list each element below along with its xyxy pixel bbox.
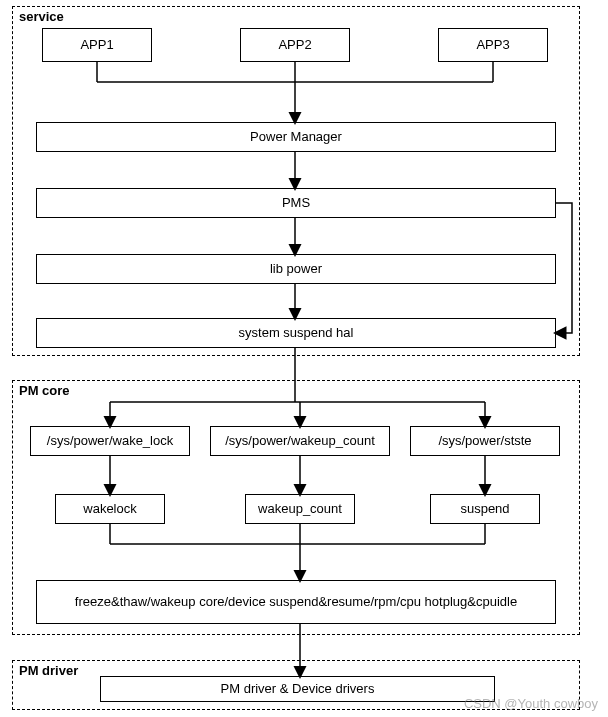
node-sys-stste: /sys/power/stste xyxy=(410,426,560,456)
node-sys-wakeup-count: /sys/power/wakeup_count xyxy=(210,426,390,456)
group-pm-core-label: PM core xyxy=(17,383,72,398)
node-freeze-etc: freeze&thaw/wakeup core/device suspend&r… xyxy=(36,580,556,624)
node-app2: APP2 xyxy=(240,28,350,62)
node-app3: APP3 xyxy=(438,28,548,62)
node-suspend: suspend xyxy=(430,494,540,524)
node-wakelock: wakelock xyxy=(55,494,165,524)
node-app1: APP1 xyxy=(42,28,152,62)
node-sys-wake-lock: /sys/power/wake_lock xyxy=(30,426,190,456)
group-pm-driver-label: PM driver xyxy=(17,663,80,678)
group-service-label: service xyxy=(17,9,66,24)
node-pms: PMS xyxy=(36,188,556,218)
node-wakeup-count: wakeup_count xyxy=(245,494,355,524)
node-lib-power: lib power xyxy=(36,254,556,284)
node-power-manager: Power Manager xyxy=(36,122,556,152)
watermark: CSDN @Youth cowboy xyxy=(464,696,598,711)
node-system-suspend-hal: system suspend hal xyxy=(36,318,556,348)
node-pm-driver: PM driver & Device drivers xyxy=(100,676,495,702)
